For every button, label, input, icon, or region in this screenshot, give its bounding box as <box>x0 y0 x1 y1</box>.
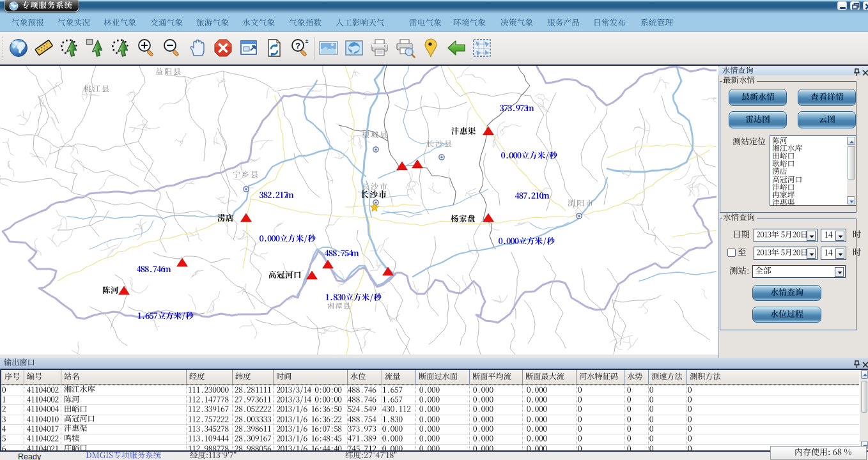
svg-text:?: ? <box>295 41 300 50</box>
svg-text:±: ± <box>306 38 309 44</box>
